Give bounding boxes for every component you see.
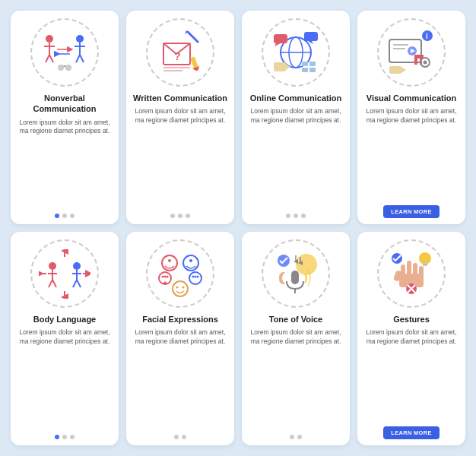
icon-written: ?	[146, 18, 214, 87]
icon-tone	[262, 239, 330, 308]
svg-rect-28	[309, 68, 316, 72]
svg-marker-39	[401, 67, 406, 73]
card-nonverbal-text: Lorem ipsum dolor sit am amet, ma region…	[17, 119, 113, 209]
card-nonverbal: Nonverbal Communication Lorem ipsum dolo…	[11, 11, 119, 224]
dot	[182, 435, 186, 439]
card-nonverbal-dots	[55, 214, 75, 218]
card-body-text: Lorem ipsum dolor sit am amet, ma region…	[17, 328, 113, 430]
card-facial-dots	[174, 435, 186, 439]
card-online-dots	[286, 214, 306, 218]
card-facial-text: Lorem ipsum dolor sit am amet, ma region…	[132, 328, 228, 430]
svg-line-14	[188, 32, 198, 42]
svg-line-52	[73, 280, 77, 287]
card-tone-text: Lorem ipsum dolor sit am amet, ma region…	[248, 328, 344, 430]
svg-point-67	[176, 286, 179, 288]
dot	[290, 435, 294, 439]
svg-line-48	[52, 280, 56, 287]
card-gestures-text: Lorem ipsum dolor sit am amet, ma region…	[363, 328, 459, 422]
card-online-text: Lorem ipsum dolor sit am amet, ma region…	[248, 107, 344, 209]
svg-rect-38	[389, 66, 401, 74]
dot	[294, 214, 298, 218]
card-gestures-title: Gestures	[393, 314, 430, 325]
svg-point-61	[167, 275, 169, 277]
svg-rect-22	[304, 32, 318, 41]
svg-point-59	[162, 275, 164, 277]
svg-point-11	[65, 65, 71, 71]
svg-point-68	[182, 286, 185, 288]
svg-point-62	[189, 272, 202, 284]
svg-line-47	[49, 280, 52, 287]
svg-point-69	[296, 254, 317, 275]
svg-point-57	[189, 259, 192, 262]
card-nonverbal-title: Nonverbal Communication	[17, 93, 113, 115]
svg-rect-23	[274, 62, 286, 71]
svg-line-53	[77, 280, 81, 287]
svg-rect-25	[302, 62, 308, 66]
icon-gestures	[377, 239, 446, 308]
svg-line-8	[76, 55, 80, 62]
svg-rect-27	[302, 68, 308, 72]
svg-rect-70	[291, 271, 299, 284]
dot	[301, 214, 306, 218]
icon-nonverbal	[30, 18, 99, 87]
svg-point-5	[76, 35, 84, 43]
svg-point-81	[419, 252, 431, 264]
card-facial-title: Facial Expressions	[142, 314, 218, 325]
card-online-title: Online Communication	[250, 93, 341, 103]
card-tone-title: Tone of Voice	[269, 314, 323, 325]
svg-point-44	[49, 262, 56, 270]
svg-point-64	[195, 275, 197, 277]
card-written-text: Lorem ipsum dolor sit am amet, ma region…	[132, 107, 228, 209]
card-facial: Facial Expressions Lorem ipsum dolor sit…	[126, 232, 234, 445]
dot	[178, 214, 182, 218]
svg-point-63	[192, 275, 195, 277]
dot	[70, 435, 75, 439]
icon-visual: i	[377, 18, 446, 87]
card-body-title: Body Language	[33, 314, 97, 325]
card-tone: Tone of Voice Lorem ipsum dolor sit am a…	[242, 232, 350, 445]
dot	[55, 214, 59, 218]
svg-point-55	[168, 259, 171, 262]
dot	[70, 214, 75, 218]
card-grid: Nonverbal Communication Lorem ipsum dolo…	[0, 0, 476, 456]
card-body-dots	[55, 435, 75, 439]
card-body: Body Language Lorem ipsum dolor sit am a…	[11, 232, 119, 445]
dot	[62, 214, 67, 218]
svg-text:i: i	[426, 32, 428, 40]
card-online: Online Communication Lorem ipsum dolor s…	[242, 11, 350, 224]
svg-rect-26	[309, 62, 316, 66]
svg-point-60	[164, 275, 167, 277]
svg-point-37	[424, 60, 427, 64]
svg-text:?: ?	[174, 50, 181, 62]
card-visual: i Visual Communication Lorem ipsum d	[357, 11, 465, 224]
card-written: ? Written Communication Lorem ipsum dolo…	[126, 11, 234, 224]
dot	[170, 214, 175, 218]
card-visual-text: Lorem ipsum dolor sit am amet, ma region…	[363, 107, 459, 201]
card-visual-title: Visual Communication	[367, 93, 456, 103]
dot	[286, 214, 290, 218]
card-written-dots	[170, 214, 190, 218]
icon-facial	[146, 239, 214, 308]
svg-line-4	[49, 55, 53, 62]
dot	[174, 435, 179, 439]
svg-point-10	[58, 65, 64, 71]
svg-line-3	[46, 55, 49, 62]
card-written-title: Written Communication	[133, 93, 227, 103]
dot	[62, 435, 67, 439]
card-gestures: Gestures Lorem ipsum dolor sit am amet, …	[357, 232, 465, 445]
dot	[55, 435, 59, 439]
svg-rect-21	[274, 34, 287, 43]
dot	[186, 214, 190, 218]
dot	[297, 435, 302, 439]
icon-online	[262, 18, 330, 87]
icon-body	[30, 239, 99, 308]
gestures-learn-more-button[interactable]: LEARN MORE	[383, 426, 439, 439]
card-tone-dots	[290, 435, 302, 439]
svg-line-9	[80, 55, 84, 62]
visual-learn-more-button[interactable]: LEARN MORE	[383, 205, 439, 218]
svg-point-66	[173, 281, 188, 296]
svg-point-0	[46, 35, 53, 43]
svg-point-65	[197, 275, 199, 277]
svg-point-49	[73, 262, 81, 270]
